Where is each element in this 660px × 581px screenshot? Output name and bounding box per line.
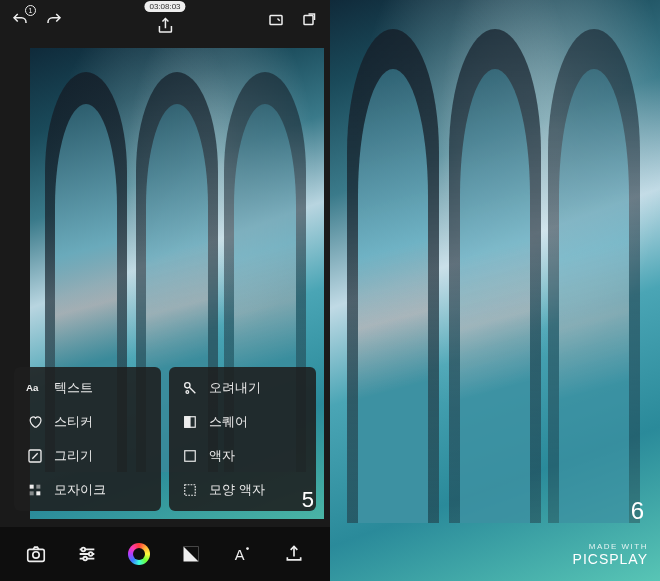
svg-point-8 (185, 383, 190, 388)
tools-popup: Aa 텍스트 스티커 그리기 모자이크 (14, 367, 316, 511)
expand-button[interactable] (300, 10, 320, 30)
slide-number-right: 6 (631, 497, 644, 525)
share-button[interactable] (155, 16, 175, 36)
menu-label: 그리기 (54, 447, 93, 465)
svg-point-21 (247, 547, 250, 550)
menu-square[interactable]: 스퀘어 (169, 405, 316, 439)
svg-rect-7 (36, 491, 40, 495)
svg-rect-13 (185, 485, 196, 496)
menu-shape-frame[interactable]: 모양 액자 (169, 473, 316, 507)
svg-rect-0 (270, 16, 282, 25)
slide-number-left: 5 (302, 487, 314, 513)
menu-sticker[interactable]: 스티커 (14, 405, 161, 439)
watermark-line2: PICSPLAY (573, 551, 648, 567)
top-bar: 1 03:08:03 (0, 0, 330, 40)
svg-rect-5 (36, 485, 40, 489)
text-tool-button[interactable]: A (226, 538, 258, 570)
svg-rect-11 (185, 417, 190, 428)
menu-label: 모양 액자 (209, 481, 265, 499)
frame-icon (181, 447, 199, 465)
svg-rect-12 (185, 451, 196, 462)
svg-point-16 (82, 548, 86, 552)
color-filter-button[interactable] (123, 538, 155, 570)
watermark-line1: MADE WITH (573, 542, 648, 551)
vignette-button[interactable] (175, 538, 207, 570)
svg-point-15 (33, 552, 39, 558)
adjust-button[interactable] (71, 538, 103, 570)
svg-point-17 (89, 552, 93, 556)
compare-button[interactable] (266, 10, 286, 30)
menu-draw[interactable]: 그리기 (14, 439, 161, 473)
watermark: MADE WITH PICSPLAY (573, 542, 648, 567)
svg-rect-6 (30, 491, 34, 495)
result-image (330, 0, 660, 581)
mosaic-icon (26, 481, 44, 499)
svg-rect-1 (304, 16, 313, 25)
svg-rect-4 (30, 485, 34, 489)
export-button[interactable] (278, 538, 310, 570)
menu-cutout[interactable]: 오려내기 (169, 371, 316, 405)
menu-label: 액자 (209, 447, 235, 465)
svg-text:A: A (235, 547, 245, 563)
redo-button[interactable] (44, 10, 64, 30)
svg-point-18 (84, 557, 88, 561)
undo-button[interactable]: 1 (10, 10, 30, 30)
svg-point-9 (186, 391, 189, 394)
camera-button[interactable] (20, 538, 52, 570)
bottom-toolbar: A (0, 527, 330, 581)
menu-frame[interactable]: 액자 (169, 439, 316, 473)
undo-count-badge: 1 (25, 5, 36, 16)
popup-column-left: Aa 텍스트 스티커 그리기 모자이크 (14, 367, 161, 511)
square-half-icon (181, 413, 199, 431)
timer-badge: 03:08:03 (144, 1, 185, 12)
svg-text:Aa: Aa (26, 382, 39, 393)
menu-label: 스티커 (54, 413, 93, 431)
text-aa-icon: Aa (26, 379, 44, 397)
menu-label: 모자이크 (54, 481, 106, 499)
menu-text[interactable]: Aa 텍스트 (14, 371, 161, 405)
menu-mosaic[interactable]: 모자이크 (14, 473, 161, 507)
result-panel: 6 MADE WITH PICSPLAY (330, 0, 660, 581)
crop-icon (181, 379, 199, 397)
menu-label: 텍스트 (54, 379, 93, 397)
popup-column-right: 오려내기 스퀘어 액자 모양 액자 (169, 367, 316, 511)
pencil-icon (26, 447, 44, 465)
heart-icon (26, 413, 44, 431)
editor-panel: 1 03:08:03 (0, 0, 330, 581)
menu-label: 오려내기 (209, 379, 261, 397)
menu-label: 스퀘어 (209, 413, 248, 431)
shape-frame-icon (181, 481, 199, 499)
color-ring-icon (128, 543, 150, 565)
